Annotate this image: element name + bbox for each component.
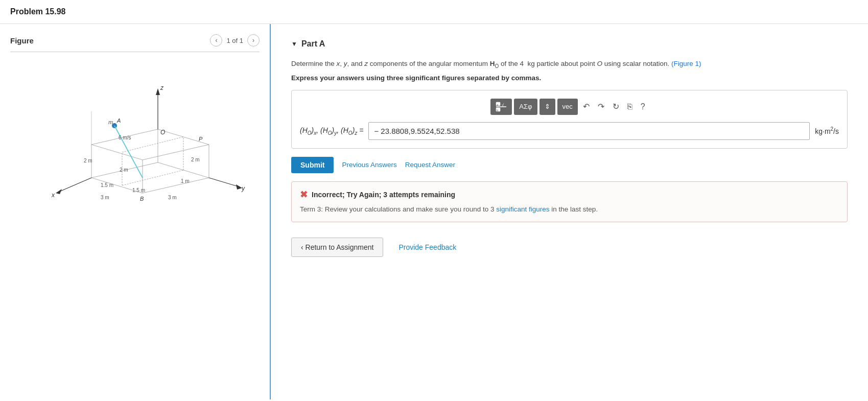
figure-area: z x y O m A 6 m/s P <box>10 60 260 203</box>
problem-statement: Determine the x, y, and z components of … <box>291 59 848 70</box>
svg-text:2 m: 2 m <box>120 167 128 173</box>
part-label: Part A <box>301 39 325 49</box>
bottom-actions: ‹ Return to Assignment Provide Feedback <box>291 238 848 257</box>
part-chevron-icon: ▼ <box>291 40 297 48</box>
toolbar: a b √ AΣφ ⇕ vec ↶ ↷ ↻ ⎘ ? <box>300 99 839 115</box>
feedback-text: Term 3: Review your calculations and mak… <box>300 204 839 215</box>
svg-text:1.5 m: 1.5 m <box>132 187 145 193</box>
provide-feedback-link[interactable]: Provide Feedback <box>398 243 456 251</box>
undo-button[interactable]: ↶ <box>580 99 593 115</box>
svg-marker-18 <box>156 88 160 95</box>
svg-line-20 <box>58 178 91 192</box>
instruction-text: Express your answers using three signifi… <box>291 74 848 82</box>
svg-marker-21 <box>56 189 62 194</box>
submit-button[interactable]: Submit <box>291 157 334 173</box>
svg-line-12 <box>122 170 183 185</box>
svg-line-8 <box>91 145 143 160</box>
page-title: Problem 15.98 <box>0 0 868 24</box>
svg-line-1 <box>143 178 209 193</box>
answer-input[interactable] <box>368 122 810 140</box>
feedback-box: ✖ Incorrect; Try Again; 3 attempts remai… <box>291 181 848 222</box>
unit-label: kg·m2/s <box>815 126 839 135</box>
left-panel: Figure ‹ 1 of 1 › <box>0 24 271 399</box>
svg-text:x: x <box>51 192 55 199</box>
figure-header: Figure ‹ 1 of 1 › <box>10 34 260 46</box>
figure-link[interactable]: (Figure 1) <box>671 60 701 67</box>
svg-text:z: z <box>160 84 164 91</box>
feedback-title: Incorrect; Try Again; 3 attempts remaini… <box>312 191 455 199</box>
next-figure-button[interactable]: › <box>247 34 260 46</box>
reset-button[interactable]: ↻ <box>609 99 622 115</box>
right-panel: ▼ Part A Determine the x, y, and z compo… <box>271 24 868 399</box>
return-to-assignment-button[interactable]: ‹ Return to Assignment <box>291 238 383 257</box>
feedback-header: ✖ Incorrect; Try Again; 3 attempts remai… <box>300 189 839 200</box>
previous-answers-link[interactable]: Previous Answers <box>342 161 396 169</box>
svg-text:1.5 m: 1.5 m <box>101 182 113 188</box>
svg-line-30 <box>114 126 143 178</box>
incorrect-icon: ✖ <box>300 189 308 200</box>
figure-label: Figure <box>10 36 34 45</box>
vec-button[interactable]: vec <box>557 99 578 115</box>
figure-svg: z x y O m A 6 m/s P <box>10 60 260 203</box>
request-answer-link[interactable]: Request Answer <box>405 161 455 169</box>
page-indicator: 1 of 1 <box>226 37 243 44</box>
svg-text:6 m/s: 6 m/s <box>119 135 131 140</box>
answer-box: a b √ AΣφ ⇕ vec ↶ ↷ ↻ ⎘ ? (HO)x, (HO)y, … <box>291 90 848 149</box>
fraction-icon: a b √ <box>496 102 507 112</box>
svg-line-23 <box>209 178 240 187</box>
figure-nav: ‹ 1 of 1 › <box>210 34 260 46</box>
math-label: (HO)x, (HO)y, (HO)z = <box>300 126 363 136</box>
svg-text:2 m: 2 m <box>84 158 92 163</box>
svg-text:m: m <box>108 119 113 125</box>
greek-button[interactable]: AΣφ <box>514 99 537 115</box>
fraction-button[interactable]: a b √ <box>490 99 512 115</box>
svg-text:O: O <box>160 129 165 136</box>
svg-text:P: P <box>199 136 203 142</box>
input-row: (HO)x, (HO)y, (HO)z = kg·m2/s <box>300 122 839 140</box>
keyboard-button[interactable]: ⎘ <box>624 99 636 115</box>
svg-text:B: B <box>140 196 144 202</box>
svg-text:3 m: 3 m <box>168 195 177 200</box>
help-button[interactable]: ? <box>638 99 648 115</box>
part-header: ▼ Part A <box>291 39 848 49</box>
svg-text:3 m: 3 m <box>101 195 109 200</box>
svg-text:1 m: 1 m <box>181 178 190 184</box>
svg-line-13 <box>122 137 183 152</box>
svg-text:y: y <box>241 185 245 192</box>
significant-figures-link[interactable]: significant figures <box>496 205 549 213</box>
figure-divider <box>10 52 260 52</box>
prev-figure-button[interactable]: ‹ <box>210 34 222 46</box>
svg-text:√: √ <box>502 103 504 107</box>
updown-button[interactable]: ⇕ <box>539 99 555 115</box>
svg-text:2 m: 2 m <box>191 157 200 162</box>
redo-button[interactable]: ↷ <box>595 99 607 115</box>
action-row: Submit Previous Answers Request Answer <box>291 157 848 173</box>
svg-text:A: A <box>116 117 121 124</box>
